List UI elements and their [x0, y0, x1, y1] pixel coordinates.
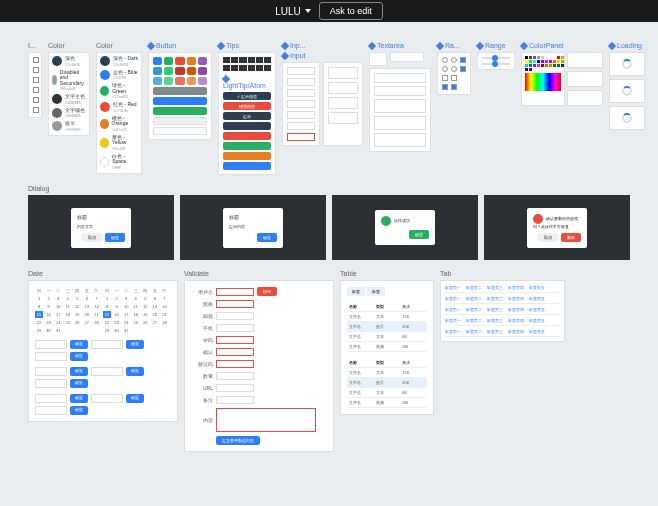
field-input[interactable] [216, 372, 254, 380]
cal-date[interactable]: 8 [103, 303, 111, 310]
text-input[interactable] [287, 100, 315, 108]
checkbox[interactable] [451, 75, 457, 81]
text-input[interactable] [287, 67, 315, 75]
swatch[interactable] [529, 56, 532, 59]
cal-date[interactable]: 8 [35, 303, 43, 310]
cal-date[interactable]: 30 [113, 327, 121, 334]
checkbox-checked[interactable] [460, 66, 466, 72]
icon-panel[interactable] [28, 52, 42, 118]
tab[interactable]: 标签页四 [508, 296, 524, 301]
date-input[interactable] [35, 394, 67, 403]
checkbox-checked[interactable] [442, 84, 448, 90]
tab[interactable]: 标签页五 [529, 329, 545, 334]
swatch[interactable] [549, 56, 552, 59]
cal-date[interactable]: 29 [35, 327, 43, 334]
cal-date[interactable]: 10 [122, 303, 130, 310]
tab[interactable]: 标签页一 [445, 318, 461, 323]
tab[interactable]: 标签页二 [466, 329, 482, 334]
cal-date[interactable]: 17 [54, 311, 62, 318]
cal-date[interactable]: 18 [132, 311, 140, 318]
swatch[interactable] [529, 60, 532, 63]
swatch[interactable] [537, 56, 540, 59]
canvas[interactable]: I... Color 深色#2c3e50Disabled and Seconda… [0, 22, 658, 482]
text-input[interactable] [287, 111, 315, 119]
button[interactable] [153, 77, 162, 85]
tab[interactable]: 标签页二 [466, 318, 482, 323]
radio[interactable] [451, 66, 457, 72]
cal-date[interactable]: 11 [132, 303, 140, 310]
swatch[interactable] [545, 64, 548, 67]
cal-date[interactable]: 15 [35, 311, 43, 318]
field-input[interactable] [216, 336, 254, 344]
swatch[interactable] [557, 64, 560, 67]
button[interactable] [198, 67, 207, 75]
tab[interactable]: 标签页一 [445, 296, 461, 301]
textarea[interactable] [374, 99, 426, 113]
date-input[interactable] [91, 367, 123, 376]
cal-date[interactable]: 6 [151, 295, 159, 302]
tab[interactable]: 标签页三 [487, 318, 503, 323]
cal-date[interactable]: 20 [151, 311, 159, 318]
cal-date[interactable]: 24 [122, 319, 130, 326]
tab[interactable]: 标签页五 [529, 307, 545, 312]
ask-to-edit-button[interactable]: Ask to edit [319, 2, 383, 20]
button[interactable] [164, 77, 173, 85]
validate-panel[interactable]: 用户名按钮昵称邮箱手机密码确认验证码数量URL备注内容提交表单数据内容 [184, 280, 334, 452]
swatch[interactable] [549, 60, 552, 63]
swatch[interactable] [545, 56, 548, 59]
date-button[interactable]: 确定 [126, 367, 144, 376]
button-wide[interactable] [153, 87, 207, 95]
button-wide[interactable] [153, 127, 207, 135]
text-input[interactable] [328, 67, 358, 79]
cal-date[interactable]: 9 [45, 303, 53, 310]
table-row[interactable]: 文件名视频2M [347, 342, 427, 352]
cal-date[interactable]: 14 [160, 303, 168, 310]
cal-date[interactable]: 19 [73, 311, 81, 318]
date-button[interactable]: 确定 [70, 367, 88, 376]
radio[interactable] [442, 66, 448, 72]
checkbox-checked[interactable] [451, 84, 457, 90]
tab[interactable]: 标签页四 [508, 307, 524, 312]
cal-date[interactable]: 5 [73, 295, 81, 302]
cal-date[interactable]: 31 [54, 327, 62, 334]
date-button[interactable]: 确定 [70, 379, 88, 388]
field-input[interactable] [216, 360, 254, 368]
button[interactable] [164, 67, 173, 75]
textarea-inline[interactable] [390, 52, 424, 62]
cal-date[interactable]: 26 [141, 319, 149, 326]
button-wide[interactable] [153, 97, 207, 105]
swatch[interactable] [561, 60, 564, 63]
cal-date[interactable]: 1 [35, 295, 43, 302]
date-button[interactable]: 确定 [70, 406, 88, 415]
tab[interactable]: 标签页一 [445, 307, 461, 312]
date-button[interactable]: 确定 [126, 340, 144, 349]
cal-date[interactable]: 2 [113, 295, 121, 302]
swatch[interactable] [541, 56, 544, 59]
swatch[interactable] [529, 68, 532, 71]
table-tab[interactable]: 标签 [367, 287, 385, 296]
button[interactable] [175, 67, 184, 75]
cal-date[interactable]: 7 [160, 295, 168, 302]
swatch[interactable] [561, 64, 564, 67]
cal-date[interactable]: 4 [132, 295, 140, 302]
color-swatches[interactable] [525, 56, 561, 71]
dialog-button[interactable]: 删除 [561, 233, 581, 242]
tab[interactable]: 标签页一 [445, 329, 461, 334]
calendar[interactable]: 日一二三四五六123456789101112131415161718192021… [35, 287, 101, 334]
swatch[interactable] [533, 60, 536, 63]
cal-date[interactable]: 25 [64, 319, 72, 326]
swatch[interactable] [553, 60, 556, 63]
dialog-button[interactable]: 确定 [257, 233, 277, 242]
swatch[interactable] [557, 56, 560, 59]
dialog[interactable]: 标题提示内容确定 [223, 208, 283, 248]
cal-date[interactable]: 28 [92, 319, 100, 326]
swatch[interactable] [557, 60, 560, 63]
date-panel[interactable]: 日一二三四五六123456789101112131415161718192021… [28, 280, 178, 422]
swatch[interactable] [525, 56, 528, 59]
cal-date[interactable]: 23 [113, 319, 121, 326]
button[interactable] [164, 57, 173, 65]
text-input[interactable] [287, 89, 315, 97]
calendar[interactable]: 日一二三四五六123456789101112131415161718192021… [103, 287, 169, 334]
cal-date[interactable]: 22 [35, 319, 43, 326]
text-input[interactable] [328, 82, 358, 94]
